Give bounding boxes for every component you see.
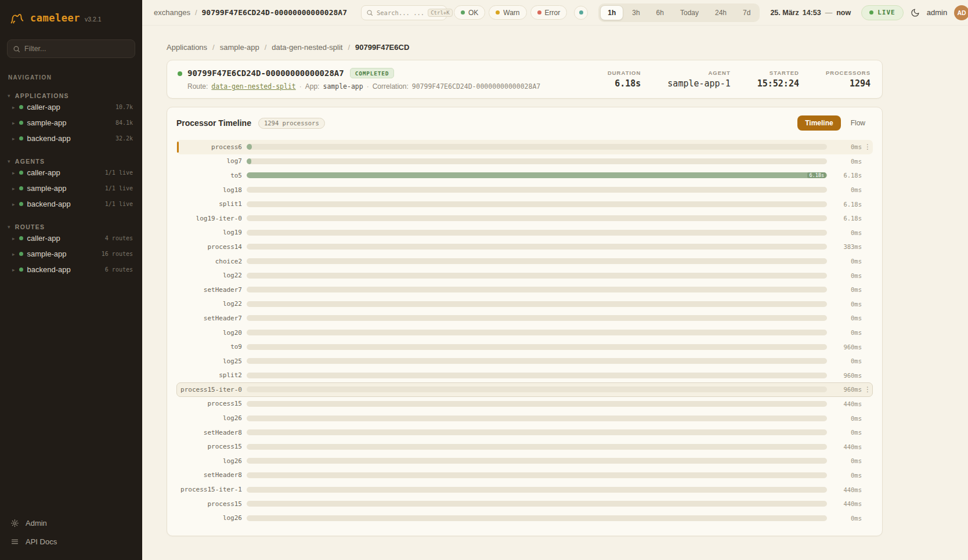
breadcrumb-exchanges[interactable]: exchanges [154,8,190,17]
avatar[interactable]: AD [954,5,968,20]
processor-timeline-card: Processor Timeline 1294 processors Timel… [167,107,883,536]
timeline-row-process15[interactable]: process15440ms⋮ [176,439,873,454]
sidebar-item-backend-app[interactable]: ▸backend-app6 routes [7,262,135,277]
sidebar-item-badge: 16 routes [102,251,135,257]
timeline-row-log18[interactable]: log180ms⋮ [176,183,873,197]
timeline-row-process14[interactable]: process14383ms⋮ [176,240,873,254]
sidebar-item-badge: 1/1 live [105,185,135,192]
breadcrumb-sample-app[interactable]: sample-app [220,43,259,52]
timeline-title: Processor Timeline [176,118,251,128]
timeline-row-split1[interactable]: split16.18s⋮ [176,197,873,211]
timeline-row-setHeader7[interactable]: setHeader70ms⋮ [176,311,873,326]
row-duration: 0ms [834,329,862,336]
user-name: admin [927,8,947,17]
route-link[interactable]: data-gen-nested-split [211,82,295,91]
filter-chip-error[interactable]: Error [530,5,568,20]
sidebar-item-sample-app[interactable]: ▸sample-app16 routes [7,246,135,262]
timeline-row-log22[interactable]: log220ms⋮ [176,297,873,312]
time-range-3h[interactable]: 3h [624,5,647,20]
timeline-row-log19-iter-0[interactable]: log19-iter-06.18s⋮ [176,211,873,226]
live-badge[interactable]: LIVE [861,5,904,20]
sidebar-item-backend-app[interactable]: ▸backend-app32.2k [7,131,135,146]
duration-track [247,201,827,207]
timeline-row-process15[interactable]: process15440ms⋮ [176,397,873,411]
processor-name: process15 [177,500,242,508]
page-breadcrumb: Applications/sample-app/data-gen-nested-… [167,43,968,52]
admin-link[interactable]: Admin [7,514,135,532]
sidebar-filter[interactable] [7,39,135,58]
breadcrumb-separator: / [195,8,197,17]
row-duration: 440ms [834,443,862,450]
timeline-row-setHeader8[interactable]: setHeader80ms⋮ [176,425,873,440]
timeline-row-to5[interactable]: to56.18s6.18s⋮ [176,168,873,183]
timeline-row-log19[interactable]: log190ms⋮ [176,226,873,240]
filter-chip-warn[interactable]: Warn [489,5,526,20]
row-duration: 0ms [834,357,862,364]
breadcrumb-applications[interactable]: Applications [167,43,207,52]
sidebar-item-backend-app[interactable]: ▸backend-app1/1 live [7,196,135,212]
exchange-status-dot [178,71,182,76]
row-duration: 0ms [834,143,862,150]
duration-track [247,244,827,250]
row-duration: 0ms [834,415,862,422]
status-dot [19,236,23,240]
sidebar-item-caller-app[interactable]: ▸caller-app10.7k [7,99,135,115]
sidebar-item-caller-app[interactable]: ▸caller-app1/1 live [7,165,135,180]
timeline-row-log7[interactable]: log70ms⋮ [176,154,873,169]
sidebar-item-sample-app[interactable]: ▸sample-app84.1k [7,115,135,131]
timeline-row-log25[interactable]: log250ms⋮ [176,354,873,368]
sidebar-item-sample-app[interactable]: ▸sample-app1/1 live [7,180,135,196]
search-box[interactable]: Search... ... Ctrl+K [361,5,447,20]
time-range-1h[interactable]: 1h [600,5,623,20]
timeline-row-setHeader7[interactable]: setHeader70ms⋮ [176,283,873,297]
filter-chip-label: OK [468,9,478,17]
sidebar-item-badge: 32.2k [115,135,135,142]
timeline-row-process15[interactable]: process15440ms⋮ [176,497,873,511]
processor-name: process15 [177,400,242,407]
status-dot [19,268,23,272]
extra-filter-chip[interactable] [574,6,588,20]
timeline-row-process15-iter-1[interactable]: process15-iter-1440ms⋮ [176,482,873,497]
breadcrumb-data-gen-nested-split[interactable]: data-gen-nested-split [272,43,342,52]
timeline-row-log26[interactable]: log260ms⋮ [176,511,873,525]
timeline-row-log26[interactable]: log260ms⋮ [176,411,873,425]
sidebar-filter-input[interactable] [24,45,129,53]
kebab-menu-icon[interactable]: ⋮ [863,385,872,393]
timeline-row-choice2[interactable]: choice20ms⋮ [176,254,873,269]
section-header-routes[interactable]: ▾ROUTES [7,223,135,230]
dark-mode-toggle[interactable] [911,8,920,17]
live-label: LIVE [877,9,895,16]
flow-view-button[interactable]: Flow [843,115,873,131]
timeline-row-log20[interactable]: log200ms⋮ [176,326,873,340]
timeline-row-setHeader8[interactable]: setHeader80ms⋮ [176,468,873,483]
api-docs-link[interactable]: API Docs [7,532,135,551]
time-range-24h[interactable]: 24h [707,5,734,20]
section-header-applications[interactable]: ▾APPLICATIONS [7,92,135,99]
time-range-6h[interactable]: 6h [649,5,671,20]
chevron-right-icon: ▸ [12,120,15,126]
date-range[interactable]: 25. März 14:53 — now [770,9,851,17]
section-header-agents[interactable]: ▾AGENTS [7,158,135,165]
timeline-view-button[interactable]: Timeline [797,115,840,131]
section-label: AGENTS [15,158,45,165]
timeline-row-log26[interactable]: log260ms⋮ [176,454,873,468]
processor-name: log22 [177,272,242,279]
timeline-row-split2[interactable]: split2960ms⋮ [176,368,873,383]
sidebar-item-label: sample-app [27,184,67,193]
time-range-7d[interactable]: 7d [735,5,758,20]
row-duration: 960ms [834,344,862,351]
filter-chip-ok[interactable]: OK [454,5,485,20]
kebab-menu-icon[interactable]: ⋮ [863,143,872,151]
search-shortcut-badge: Ctrl+K [428,9,453,17]
timeline-row-process6[interactable]: process60ms⋮ [176,140,873,154]
timeline-row-process15-iter-0[interactable]: process15-iter-0960ms⋮ [176,382,873,397]
timeline-row-to9[interactable]: to9960ms⋮ [176,339,873,354]
duration-track [247,501,827,507]
breadcrumb-separator: / [212,43,215,52]
logo[interactable]: cameleer v3.2.1 [7,0,135,27]
breadcrumb-90799f47e6cd: 90799F47E6CD [355,43,409,52]
sidebar-item-caller-app[interactable]: ▸caller-app4 routes [7,230,135,246]
timeline-row-log22[interactable]: log220ms⋮ [176,268,873,283]
time-range-today[interactable]: Today [673,5,706,20]
processor-name: process15 [177,443,242,450]
